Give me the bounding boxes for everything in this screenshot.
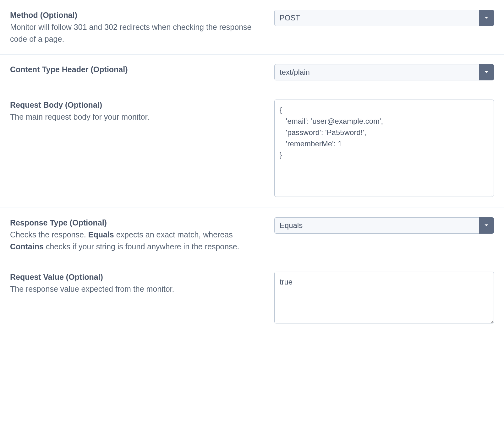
request-body-input-col xyxy=(274,100,494,198)
response-type-row: Response Type (Optional) Checks the resp… xyxy=(0,208,504,262)
request-body-row: Request Body (Optional) The main request… xyxy=(0,90,504,208)
request-value-textarea[interactable] xyxy=(274,272,494,323)
response-type-input-col: Equals xyxy=(274,217,494,234)
request-value-label: Request Value (Optional) xyxy=(10,272,255,283)
request-value-input-col xyxy=(274,272,494,325)
method-row: Method (Optional) Monitor will follow 30… xyxy=(0,0,504,55)
request-body-description: The main request body for your monitor. xyxy=(10,111,255,123)
request-body-label-col: Request Body (Optional) The main request… xyxy=(10,100,262,123)
response-type-label: Response Type (Optional) xyxy=(10,217,255,228)
content-type-row: Content Type Header (Optional) text/plai… xyxy=(0,54,504,90)
response-type-select-value: Equals xyxy=(274,217,494,234)
response-type-description: Checks the response. Equals expects an e… xyxy=(10,229,255,252)
request-body-textarea[interactable] xyxy=(274,100,494,197)
content-type-input-col: text/plain xyxy=(274,64,494,80)
content-type-select[interactable]: text/plain xyxy=(274,64,494,80)
monitor-settings-form: Method (Optional) Monitor will follow 30… xyxy=(0,0,504,334)
method-select[interactable]: POST xyxy=(274,10,494,26)
method-description: Monitor will follow 301 and 302 redirect… xyxy=(10,21,255,45)
content-type-select-value: text/plain xyxy=(274,64,494,80)
method-label-col: Method (Optional) Monitor will follow 30… xyxy=(10,10,262,45)
desc-text: expects an exact match, whereas xyxy=(114,230,233,239)
request-value-description: The response value expected from the mon… xyxy=(10,283,255,295)
content-type-label-col: Content Type Header (Optional) xyxy=(10,64,262,76)
request-value-label-col: Request Value (Optional) The response va… xyxy=(10,272,262,295)
method-input-col: POST xyxy=(274,10,494,26)
desc-bold-contains: Contains xyxy=(10,242,44,251)
request-value-row: Request Value (Optional) The response va… xyxy=(0,262,504,334)
desc-bold-equals: Equals xyxy=(88,230,114,239)
content-type-label: Content Type Header (Optional) xyxy=(10,64,255,75)
response-type-label-col: Response Type (Optional) Checks the resp… xyxy=(10,217,262,252)
request-body-label: Request Body (Optional) xyxy=(10,100,255,111)
response-type-select[interactable]: Equals xyxy=(274,217,494,234)
desc-text: Checks the response. xyxy=(10,230,88,239)
method-label: Method (Optional) xyxy=(10,10,255,21)
desc-text: checks if your string is found anywhere … xyxy=(44,242,239,251)
method-select-value: POST xyxy=(274,10,494,26)
